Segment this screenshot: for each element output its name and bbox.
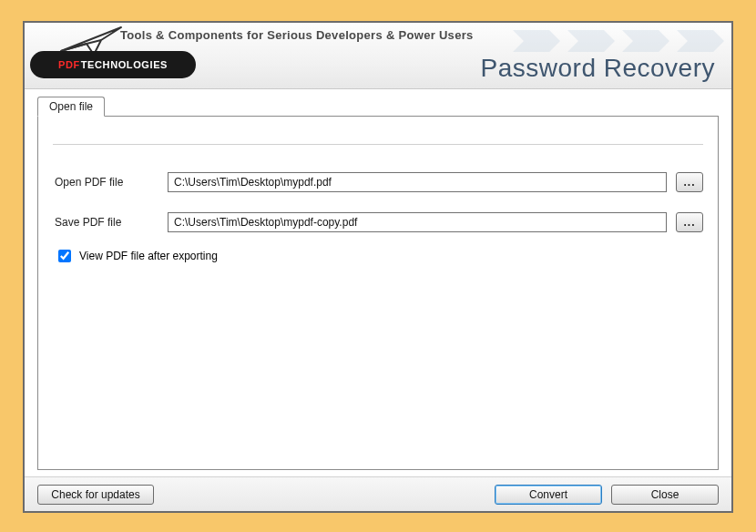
app-window: Tools & Components for Serious Developer… [23, 21, 733, 513]
tab-open-file[interactable]: Open file [37, 97, 105, 117]
header: Tools & Components for Serious Developer… [25, 23, 731, 89]
logo-badge: PDFTECHNOLOGIES [30, 51, 196, 78]
row-open-pdf: Open PDF file ... [53, 172, 703, 192]
logo-text-prefix: PDF [58, 59, 80, 70]
logo: PDFTECHNOLOGIES [30, 26, 199, 80]
check-for-updates-button[interactable]: Check for updates [37, 485, 154, 505]
row-save-pdf: Save PDF file ... [53, 212, 703, 232]
open-pdf-label: Open PDF file [53, 176, 168, 189]
logo-text-suffix: TECHNOLOGIES [81, 59, 168, 70]
divider [53, 144, 703, 145]
footer: Check for updates Convert Close [25, 476, 731, 511]
save-pdf-browse-button[interactable]: ... [676, 212, 703, 232]
close-button[interactable]: Close [611, 485, 719, 505]
open-pdf-browse-button[interactable]: ... [676, 172, 703, 192]
body: Open file Open PDF file ... Save PDF fil… [25, 89, 731, 476]
app-title: Password Recovery [481, 54, 715, 83]
row-view-after: View PDF file after exporting [53, 247, 703, 265]
save-pdf-input[interactable] [168, 212, 667, 232]
view-after-label: View PDF file after exporting [79, 250, 218, 262]
convert-button[interactable]: Convert [495, 485, 602, 505]
save-pdf-label: Save PDF file [53, 216, 168, 229]
tab-panel: Open PDF file ... Save PDF file ... View… [37, 116, 719, 470]
open-pdf-input[interactable] [168, 172, 667, 192]
view-after-checkbox[interactable] [58, 250, 71, 262]
